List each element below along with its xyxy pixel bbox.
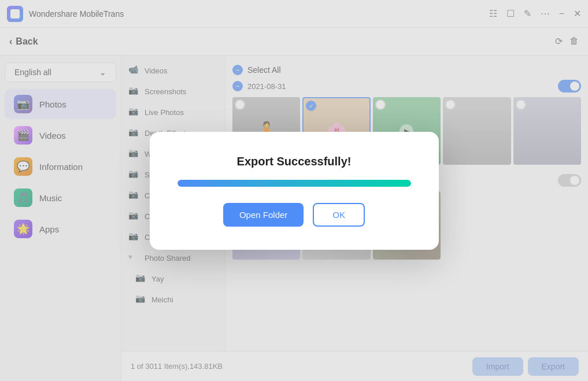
- open-folder-button[interactable]: Open Folder: [223, 203, 304, 227]
- progress-bar-fill: [177, 180, 411, 187]
- modal-overlay: Export Successfully! Open Folder OK: [0, 0, 588, 381]
- export-success-modal: Export Successfully! Open Folder OK: [150, 132, 439, 250]
- modal-actions: Open Folder OK: [223, 203, 365, 227]
- ok-button[interactable]: OK: [313, 203, 365, 227]
- progress-bar-container: [177, 180, 411, 187]
- modal-title: Export Successfully!: [237, 155, 352, 168]
